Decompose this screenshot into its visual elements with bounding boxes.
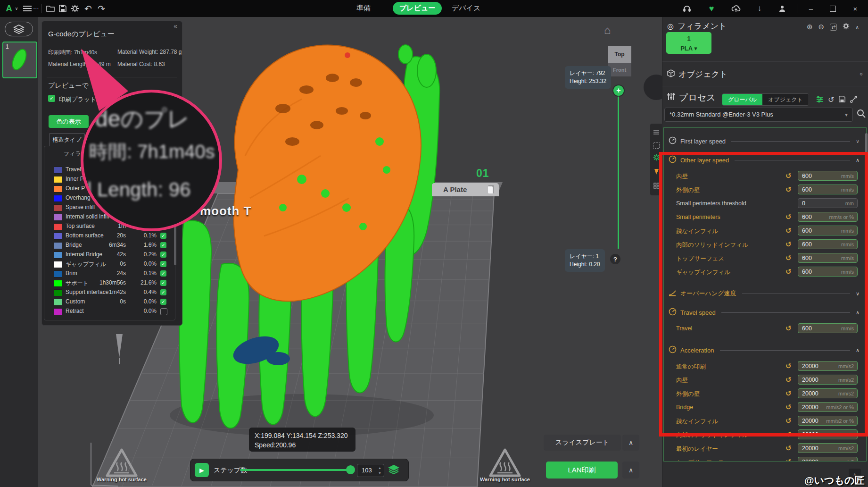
step-value-input[interactable]: 103 ▲▼ (357, 464, 384, 477)
panel-collapse-icon[interactable]: « (174, 22, 177, 30)
reset-value-icon[interactable]: ↺ (785, 430, 792, 439)
setting-input[interactable]: 20000 mm/s2 (798, 375, 858, 385)
legend-visibility-checkbox[interactable]: ✓ (160, 214, 166, 220)
legend-visibility-checkbox[interactable]: ✓ (160, 299, 166, 305)
legend-visibility-checkbox[interactable]: ✓ (160, 195, 166, 201)
setting-input[interactable]: 20000 mm/s2 or % (798, 416, 858, 426)
setting-input[interactable]: 20000 mm/s2 (798, 361, 858, 371)
legend-visibility-checkbox[interactable] (160, 308, 167, 315)
setting-input[interactable]: 600 mm/s or % (798, 212, 858, 222)
setting-input[interactable]: 600 mm/s (798, 185, 858, 194)
settings-section-header[interactable]: オーバーハング速度 ∨ (664, 284, 866, 303)
plate-thumbnail[interactable]: 1 (2, 42, 37, 78)
expand-objects-icon[interactable]: » (858, 73, 865, 76)
legend-visibility-checkbox[interactable]: ✓ (160, 233, 166, 239)
save-preset-icon[interactable] (839, 96, 845, 104)
view-cube-front-face[interactable]: Front (608, 63, 631, 76)
setting-input[interactable]: 600 mm/s (798, 239, 858, 249)
window-maximize-button[interactable] (823, 0, 842, 17)
lan-print-button[interactable]: LAN印刷 (546, 462, 618, 479)
sync-filament-icon[interactable]: ⇄ (830, 24, 837, 31)
reset-value-icon[interactable]: ↺ (785, 403, 792, 411)
chevron-up-icon[interactable]: ∧ (856, 347, 860, 353)
setting-input[interactable]: 600 mm/s (798, 226, 858, 235)
tab-prepare[interactable]: 準備 (350, 2, 377, 15)
step-slider-track[interactable] (240, 469, 353, 471)
step-slider-knob[interactable] (346, 465, 355, 474)
settings-gear-icon[interactable] (69, 0, 81, 17)
slice-plate-button[interactable]: スライスプレート (544, 435, 621, 451)
reset-value-icon[interactable]: ↺ (785, 389, 792, 398)
reset-value-icon[interactable]: ↺ (785, 240, 792, 249)
legend-visibility-checkbox[interactable]: ✓ (160, 280, 166, 286)
toggle-global[interactable]: グローバル (722, 94, 762, 105)
legend-visibility-checkbox[interactable]: ✓ (160, 252, 166, 258)
settings-section-header[interactable]: First layer speed ∨ (664, 132, 866, 151)
tab-structure-type[interactable]: 構造タイプ (49, 133, 85, 146)
support-headset-icon[interactable] (681, 0, 693, 17)
category-strength-icon[interactable] (653, 142, 660, 149)
legend-visibility-checkbox[interactable]: ✓ (160, 223, 166, 229)
main-menu-icon[interactable] (22, 0, 33, 17)
setting-input[interactable]: 20000 mm/s2 (798, 388, 858, 398)
legend-visibility-checkbox[interactable]: ✓ (160, 270, 166, 277)
help-icon[interactable]: ? (610, 254, 620, 264)
reset-value-icon[interactable]: ↺ (785, 254, 792, 262)
reset-value-icon[interactable]: ↺ (785, 458, 792, 462)
window-minimize-button[interactable]: – (802, 0, 820, 17)
category-speed-icon[interactable] (653, 154, 660, 163)
play-button[interactable]: ▶ (195, 463, 209, 477)
platform-checkbox[interactable]: ✓ (48, 95, 55, 102)
home-view-icon[interactable]: ⌂ (604, 24, 611, 37)
category-quality-icon[interactable] (653, 128, 660, 137)
layers-toggle-icon[interactable] (388, 464, 399, 477)
step-spinner[interactable]: ▲▼ (378, 465, 381, 476)
collapse-filament-icon[interactable]: ∧ (855, 25, 859, 30)
user-account-icon[interactable] (776, 0, 788, 17)
plate-name-tab[interactable]: A Plate (432, 183, 499, 196)
legend-visibility-checkbox[interactable]: ✓ (160, 261, 166, 267)
legend-visibility-checkbox[interactable]: ✓ (160, 176, 166, 182)
cloud-upload-icon[interactable] (730, 0, 742, 17)
tab-filament[interactable]: フィラ (64, 150, 81, 158)
layer-slider-track[interactable] (618, 91, 619, 249)
setting-input[interactable]: 600 mm/s (798, 323, 858, 333)
advanced-params-icon[interactable] (816, 96, 823, 104)
slice-options-button[interactable]: ∧ (622, 435, 639, 451)
toggle-object[interactable]: オブジェクト (762, 94, 809, 105)
search-preset-icon[interactable] (856, 109, 867, 121)
setting-input[interactable]: 20000 mm/s2 (798, 443, 858, 453)
reset-value-icon[interactable]: ↺ (785, 227, 792, 235)
window-close-button[interactable]: × (846, 0, 865, 17)
chevron-down-icon[interactable]: ∨ (856, 291, 860, 297)
legend-visibility-checkbox[interactable]: ✓ (160, 242, 166, 248)
preset-dropdown[interactable]: *0.32mm Standard @Ender-3 V3 Plus ▾ (664, 108, 853, 122)
setting-input[interactable]: 600 mm/s (798, 253, 858, 263)
remove-filament-icon[interactable]: ⊖ (818, 23, 825, 31)
setting-input[interactable]: 600 mm/s (798, 171, 858, 181)
reset-value-icon[interactable]: ↺ (785, 268, 792, 276)
chevron-down-icon[interactable]: ∨ (856, 138, 860, 144)
logo-dropdown-icon[interactable]: ∨ (14, 0, 19, 17)
flow-calibration-icon[interactable] (850, 96, 857, 104)
category-support-icon[interactable] (653, 168, 660, 177)
undo-icon[interactable]: ↶ (82, 0, 94, 17)
view-cube-top-face[interactable]: Top (608, 46, 631, 63)
redo-icon[interactable]: ↷ (95, 0, 107, 17)
reset-value-icon[interactable]: ↺ (785, 324, 792, 333)
save-icon[interactable] (57, 0, 69, 17)
setting-input[interactable]: 20000 mm/s2 or % (798, 429, 858, 439)
color-scheme-button[interactable]: 色の表示 (49, 115, 89, 128)
reset-value-icon[interactable]: ↺ (785, 376, 792, 384)
setting-input[interactable]: 20000 mm/s2 or % (798, 402, 858, 412)
reset-value-icon[interactable]: ↺ (785, 172, 792, 180)
plate-list-toggle[interactable] (5, 22, 33, 36)
category-others-icon[interactable] (653, 182, 660, 191)
legend-scrollbar[interactable] (174, 140, 176, 265)
filament-slot-button[interactable]: 1 PLA ▾ (666, 32, 711, 54)
reset-history-icon[interactable]: ↺ (828, 95, 834, 104)
setting-input[interactable]: 600 mm/s (798, 267, 858, 277)
reset-value-icon[interactable]: ↺ (785, 213, 792, 221)
legend-visibility-checkbox[interactable]: ✓ (160, 167, 166, 173)
settings-section-header[interactable]: Other layer speed ∧ (664, 151, 866, 169)
